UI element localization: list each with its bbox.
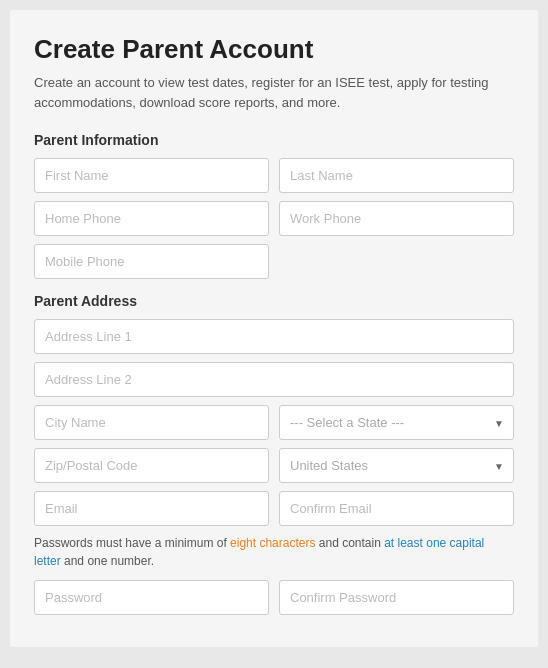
page-title: Create Parent Account xyxy=(34,34,514,65)
home-phone-input[interactable] xyxy=(34,201,269,236)
city-name-input[interactable] xyxy=(34,405,269,440)
password-hint-text1: Passwords must have a minimum of xyxy=(34,536,230,550)
state-select-wrapper: --- Select a State --- xyxy=(279,405,514,440)
work-phone-input[interactable] xyxy=(279,201,514,236)
form-container: Create Parent Account Create an account … xyxy=(10,10,538,647)
city-state-row: --- Select a State --- xyxy=(34,405,514,440)
password-hint-highlight1: eight characters xyxy=(230,536,315,550)
password-wrapper xyxy=(34,580,269,615)
zip-country-row: United States xyxy=(34,448,514,483)
zip-code-wrapper xyxy=(34,448,269,483)
password-row xyxy=(34,580,514,615)
parent-address-section: Parent Address --- Select a State --- xyxy=(34,293,514,615)
state-select[interactable]: --- Select a State --- xyxy=(279,405,514,440)
city-name-wrapper xyxy=(34,405,269,440)
confirm-email-wrapper xyxy=(279,491,514,526)
address-line2-wrapper xyxy=(34,362,514,397)
email-input[interactable] xyxy=(34,491,269,526)
mobile-phone-input[interactable] xyxy=(34,244,269,279)
address-line1-input[interactable] xyxy=(34,319,514,354)
first-name-input[interactable] xyxy=(34,158,269,193)
last-name-wrapper xyxy=(279,158,514,193)
zip-code-input[interactable] xyxy=(34,448,269,483)
phone-row xyxy=(34,201,514,236)
email-row xyxy=(34,491,514,526)
password-hint-text3: and one number. xyxy=(61,554,154,568)
confirm-password-input[interactable] xyxy=(279,580,514,615)
confirm-email-input[interactable] xyxy=(279,491,514,526)
mobile-row xyxy=(34,244,514,279)
last-name-input[interactable] xyxy=(279,158,514,193)
home-phone-wrapper xyxy=(34,201,269,236)
country-select[interactable]: United States xyxy=(279,448,514,483)
password-hint: Passwords must have a minimum of eight c… xyxy=(34,534,514,570)
page-description: Create an account to view test dates, re… xyxy=(34,73,514,112)
parent-info-label: Parent Information xyxy=(34,132,514,148)
password-hint-text2: and contain xyxy=(315,536,384,550)
address-line2-input[interactable] xyxy=(34,362,514,397)
email-wrapper xyxy=(34,491,269,526)
mobile-phone-wrapper xyxy=(34,244,269,279)
password-input[interactable] xyxy=(34,580,269,615)
name-row xyxy=(34,158,514,193)
confirm-password-wrapper xyxy=(279,580,514,615)
address-line1-wrapper xyxy=(34,319,514,354)
first-name-wrapper xyxy=(34,158,269,193)
work-phone-wrapper xyxy=(279,201,514,236)
parent-address-label: Parent Address xyxy=(34,293,514,309)
country-select-wrapper: United States xyxy=(279,448,514,483)
parent-info-section: Parent Information xyxy=(34,132,514,279)
